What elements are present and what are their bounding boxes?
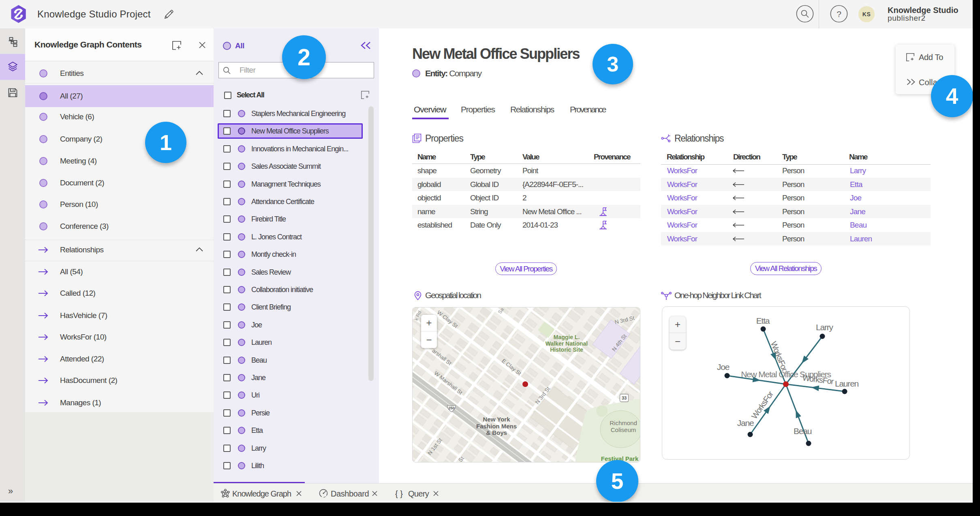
svg-text:33: 33: [622, 396, 627, 400]
svg-text:250: 250: [448, 406, 454, 410]
svg-text:?: ?: [837, 9, 841, 19]
